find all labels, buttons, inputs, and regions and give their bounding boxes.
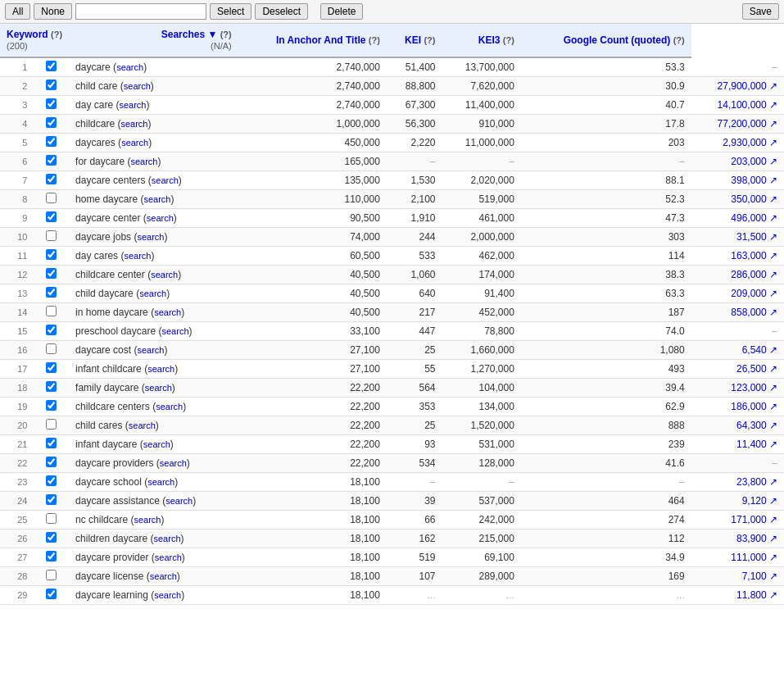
row-checkbox-cell	[34, 77, 69, 96]
google-count-link[interactable]: 64,300 ↗	[736, 420, 777, 431]
google-count-link[interactable]: 496,000 ↗	[731, 212, 777, 224]
google-count-link[interactable]: 286,000 ↗	[731, 269, 777, 280]
row-checkbox[interactable]	[46, 513, 57, 524]
google-count-link[interactable]: 23,800 ↗	[736, 476, 777, 488]
row-checkbox[interactable]	[46, 400, 57, 411]
row-checkbox[interactable]	[46, 98, 57, 109]
keyword-search-link[interactable]: search	[121, 138, 148, 148]
keyword-search-link[interactable]: search	[156, 402, 183, 411]
google-count-link[interactable]: 398,000 ↗	[731, 175, 777, 186]
row-checkbox[interactable]	[46, 174, 57, 184]
row-checkbox[interactable]	[46, 438, 57, 448]
keyword-search-link[interactable]: search	[153, 534, 180, 543]
keyword-search-link[interactable]: search	[137, 232, 164, 242]
row-checkbox[interactable]	[46, 136, 57, 147]
google-count-link[interactable]: 203,000 ↗	[731, 156, 777, 167]
kei-sort-link[interactable]: KEI	[405, 34, 421, 46]
google-count-link[interactable]: 31,500 ↗	[736, 231, 777, 243]
keyword-search-link[interactable]: search	[143, 194, 170, 204]
row-checkbox[interactable]	[46, 343, 57, 354]
row-checkbox[interactable]	[46, 80, 57, 90]
row-checkbox[interactable]	[46, 230, 57, 241]
google-count-link[interactable]: 7,100 ↗	[742, 571, 777, 582]
keyword-search-link[interactable]: search	[150, 571, 177, 581]
google-count-link[interactable]: 11,400 ↗	[736, 439, 777, 450]
google-count-link[interactable]: 77,200,000 ↗	[718, 118, 777, 130]
row-checkbox[interactable]	[46, 457, 57, 467]
save-button[interactable]: Save	[742, 3, 779, 20]
row-checkbox[interactable]	[46, 155, 57, 166]
keyword-sort-link[interactable]: Keyword	[7, 29, 48, 40]
row-checkbox[interactable]	[46, 381, 57, 392]
deselect-button[interactable]: Deselect	[255, 3, 308, 20]
keyword-search-link[interactable]: search	[160, 458, 187, 468]
google-count-link[interactable]: 27,900,000 ↗	[718, 80, 777, 92]
keyword-search-link[interactable]: search	[130, 157, 157, 166]
google-count-link[interactable]: 123,000 ↗	[731, 382, 777, 393]
row-checkbox[interactable]	[46, 494, 57, 505]
all-button[interactable]: All	[5, 3, 30, 20]
keyword-search-link[interactable]: search	[147, 477, 174, 487]
keyword-search-link[interactable]: search	[152, 175, 179, 185]
keyword-search-link[interactable]: search	[165, 496, 193, 506]
keyword-search-link[interactable]: search	[154, 590, 181, 600]
keyword-search-link[interactable]: search	[147, 213, 174, 223]
google-count-link[interactable]: 858,000 ↗	[731, 307, 777, 318]
google-count-link[interactable]: 9,120 ↗	[742, 495, 777, 507]
row-checkbox[interactable]	[46, 287, 57, 298]
keyword-search-link[interactable]: search	[161, 326, 188, 336]
google-count-link[interactable]: 14,100,000 ↗	[718, 99, 777, 111]
keyword-search-link[interactable]: search	[145, 383, 172, 393]
google-count-link[interactable]: 2,930,000 ↗	[723, 137, 777, 148]
row-checkbox[interactable]	[46, 325, 57, 335]
row-checkbox[interactable]	[46, 419, 57, 430]
select-button[interactable]: Select	[210, 3, 252, 20]
google-count-link[interactable]: 11,800 ↗	[736, 589, 777, 601]
google-count-link[interactable]: 26,500 ↗	[736, 363, 777, 375]
row-checkbox[interactable]	[46, 249, 57, 260]
google-count-link[interactable]: 163,000 ↗	[731, 250, 777, 261]
keyword-search-link[interactable]: search	[116, 62, 143, 72]
google-count-link[interactable]: 6,540 ↗	[742, 344, 777, 356]
row-checkbox[interactable]	[46, 551, 57, 561]
row-checkbox[interactable]	[46, 61, 57, 71]
delete-button[interactable]: Delete	[320, 3, 364, 20]
row-checkbox[interactable]	[46, 117, 57, 128]
anchor-cell: 67,300	[387, 96, 442, 115]
keyword-search-link[interactable]: search	[143, 439, 170, 449]
keyword-search-link[interactable]: search	[134, 515, 161, 525]
keyword-search-link[interactable]: search	[139, 289, 166, 298]
google-count-link[interactable]: 186,000 ↗	[731, 401, 777, 412]
searches-sort-link[interactable]: Searches ▼	[161, 29, 218, 40]
keyword-search-link[interactable]: search	[151, 270, 178, 280]
anchor-sort-link[interactable]: In Anchor And Title	[276, 34, 366, 46]
google-sort-link[interactable]: Google Count (quoted)	[564, 34, 671, 46]
google-count-link[interactable]: 171,000 ↗	[731, 514, 777, 525]
row-checkbox[interactable]	[46, 475, 57, 486]
keyword-search-link[interactable]: search	[124, 251, 151, 261]
row-checkbox[interactable]	[46, 570, 57, 580]
row-checkbox[interactable]	[46, 306, 57, 316]
google-count-link[interactable]: 83,900 ↗	[736, 533, 777, 544]
row-checkbox[interactable]	[46, 211, 57, 222]
row-checkbox[interactable]	[46, 589, 57, 599]
keyword-search-link[interactable]: search	[120, 119, 147, 129]
google-count-link[interactable]: 350,000 ↗	[731, 193, 777, 205]
keyword-text: childcare	[75, 118, 115, 130]
keyword-search-link[interactable]: search	[154, 307, 181, 317]
keyword-search-link[interactable]: search	[137, 345, 164, 355]
keyword-search-link[interactable]: search	[124, 81, 151, 91]
row-checkbox[interactable]	[46, 362, 57, 373]
keyword-search-link[interactable]: search	[147, 364, 174, 374]
row-checkbox[interactable]	[46, 532, 57, 543]
keyword-search-link[interactable]: search	[155, 552, 182, 562]
row-checkbox[interactable]	[46, 193, 57, 203]
google-count-link[interactable]: 209,000 ↗	[731, 288, 777, 299]
kei3-sort-link[interactable]: KEI3	[478, 34, 501, 46]
none-button[interactable]: None	[34, 3, 72, 20]
search-input[interactable]	[75, 3, 206, 20]
keyword-search-link[interactable]: search	[119, 100, 146, 110]
google-count-link[interactable]: 111,000 ↗	[731, 552, 777, 563]
row-checkbox[interactable]	[46, 268, 57, 279]
keyword-search-link[interactable]: search	[129, 421, 156, 430]
